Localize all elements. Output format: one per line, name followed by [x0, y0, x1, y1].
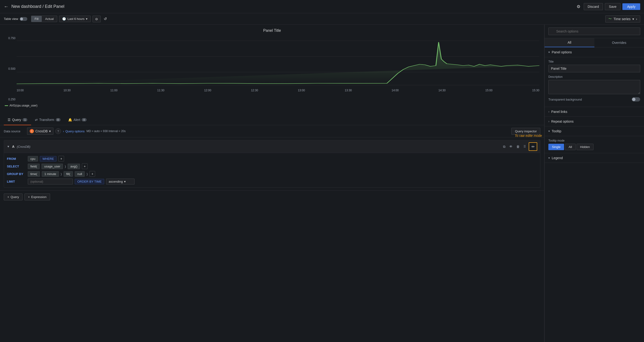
query-builder: Data source C CnosDB ▾ ? › Query options… [0, 125, 544, 342]
tooltip-all-button[interactable]: All [565, 144, 576, 150]
tooltip-chevron-icon: ▾ [548, 129, 550, 133]
search-input[interactable] [548, 27, 640, 35]
legend-header[interactable]: ▾ Legend [544, 153, 644, 163]
fill-close-paren: ) [86, 172, 88, 176]
order-value: ascending [109, 180, 123, 183]
data-source-info-button[interactable]: ? [55, 128, 61, 134]
where-chip[interactable]: WHERE [40, 156, 56, 162]
from-table-chip[interactable]: cpu [28, 156, 38, 162]
select-row: SELECT field( usage_user ) avg() + [7, 163, 537, 169]
timeseries-icon: 〜 [608, 17, 612, 21]
tooltip-section-header[interactable]: ▾ Tooltip [544, 126, 644, 136]
transform-tab-icon: ⇄ [35, 118, 38, 122]
tooltip-title: Tooltip [552, 129, 561, 133]
description-textarea[interactable] [548, 80, 640, 94]
field-val-chip[interactable]: usage_user [42, 164, 63, 169]
add-expression-label: Expression [31, 195, 46, 199]
tab-transform[interactable]: ⇄ Transform 0 [31, 115, 64, 125]
order-select[interactable]: ascending ▾ [106, 179, 134, 185]
fill-val-chip[interactable]: null [75, 171, 85, 177]
top-right-actions: ⚙ Discard Save Apply [575, 2, 640, 11]
panel-links-header[interactable]: › Panel links [544, 107, 644, 117]
time-range-picker[interactable]: 🕐 Last 6 hours ▾ [59, 16, 91, 22]
apply-button[interactable]: Apply [622, 3, 640, 10]
group-by-row: GROUP BY time( 1 minute ) fill( null ) + [7, 171, 537, 177]
discard-button[interactable]: Discard [584, 3, 603, 10]
query-options-button[interactable]: › Query options [63, 129, 84, 133]
query-block-a: ▼ A (CnosDB) ⧉ 👁 🗑 ⠿ To raw edite mode ✏ [4, 140, 540, 188]
x-tick-1: 10:30 [64, 89, 71, 92]
data-source-select[interactable]: C CnosDB ▾ [27, 128, 54, 135]
actual-button[interactable]: Actual [42, 16, 57, 22]
query-copy-button[interactable]: ⧉ [502, 144, 506, 150]
tooltip-hidden-button[interactable]: Hidden [576, 144, 594, 150]
legend-chevron-icon: ▾ [548, 156, 550, 160]
query-tab-icon: ☰ [8, 118, 11, 122]
top-bar: ← New dashboard / Edit Panel ⚙ Discard S… [0, 0, 644, 13]
group-by-label: GROUP BY [7, 172, 26, 176]
time-func-chip[interactable]: time( [28, 171, 40, 177]
transparent-background-row: Transparent background [548, 95, 640, 104]
table-view-label: Table view [4, 17, 18, 21]
field-func-chip[interactable]: field( [28, 164, 40, 169]
y-tick-1: 0.250 [5, 98, 16, 101]
add-query-button[interactable]: + Query [4, 194, 22, 200]
group-by-add-button[interactable]: + [90, 171, 95, 177]
data-source-label: Data source [4, 129, 25, 133]
time-range-chevron-icon: ▾ [86, 17, 88, 21]
panel-links-title: Panel links [551, 110, 567, 114]
tooltip-section-body: Tooltip mode Single All Hidden [544, 136, 644, 153]
from-label: FROM [7, 157, 26, 161]
right-panel: 🔍 All Overrides ▾ Panel options Title De… [544, 25, 644, 342]
add-expression-button[interactable]: + Expression [24, 194, 50, 200]
chart-area: Panel Title 0.750 0.500 0.250 [0, 25, 544, 115]
query-hide-button[interactable]: 👁 [508, 144, 514, 149]
time-val-chip[interactable]: 1 minute [42, 171, 59, 177]
table-view-switch[interactable] [20, 17, 27, 21]
repeat-options-header[interactable]: › Repeat options [544, 117, 644, 126]
x-tick-5: 12:30 [251, 89, 258, 92]
query-tabs: ☰ Query 1 ⇄ Transform 0 🔔 Alert 0 [0, 115, 544, 125]
select-add-button[interactable]: + [82, 163, 88, 169]
back-arrow-icon: ← [4, 4, 8, 9]
visualization-selector[interactable]: 〜 Time series ▾ › [605, 15, 640, 22]
tooltip-single-button[interactable]: Single [548, 144, 564, 150]
fill-func-chip[interactable]: fill( [64, 171, 73, 177]
panel-options-header[interactable]: ▾ Panel options [544, 47, 644, 57]
x-tick-4: 12:00 [204, 89, 211, 92]
table-view-toggle[interactable]: Table view [4, 17, 27, 21]
avg-func-chip[interactable]: avg() [68, 164, 80, 169]
viz-chevron-icon: ▾ [632, 17, 634, 21]
repeat-options-chevron-icon: › [548, 120, 549, 123]
query-drag-handle[interactable]: ⠿ [522, 144, 527, 149]
limit-input[interactable] [28, 179, 73, 185]
save-button[interactable]: Save [605, 3, 620, 10]
settings-button[interactable]: ⚙ [575, 2, 582, 11]
panel-title-input[interactable] [548, 65, 640, 72]
fill-button[interactable]: Fill [31, 16, 42, 22]
tab-query[interactable]: ☰ Query 1 [4, 115, 31, 125]
legend-label: AVG(cpu.usage_user) [10, 104, 38, 107]
query-block-header: ▼ A (CnosDB) ⧉ 👁 🗑 ⠿ To raw edite mode ✏ [4, 140, 540, 153]
transparent-bg-label: Transparent background [548, 98, 582, 101]
query-delete-button[interactable]: 🗑 [516, 144, 520, 149]
raw-edit-button[interactable]: ✏ [529, 142, 537, 151]
all-tab[interactable]: All [544, 38, 594, 47]
zoom-out-button[interactable]: ⊖ [92, 16, 100, 22]
x-tick-7: 13:30 [345, 89, 352, 92]
query-collapse-button[interactable]: ▼ [7, 145, 10, 148]
back-button[interactable]: ← [4, 4, 8, 9]
tab-alert[interactable]: 🔔 Alert 0 [64, 115, 90, 125]
add-expression-plus-icon: + [28, 195, 30, 199]
title-field-label: Title [548, 60, 640, 63]
transparent-bg-toggle[interactable] [632, 97, 640, 101]
refresh-button[interactable]: ↺ [102, 15, 108, 22]
viz-expand-icon: › [636, 17, 637, 21]
from-add-button[interactable]: + [58, 156, 64, 162]
query-letter: A [12, 145, 14, 148]
overrides-tab[interactable]: Overrides [594, 38, 644, 47]
page-title: New dashboard / Edit Panel [12, 4, 572, 9]
data-source-name: CnosDB [35, 129, 48, 133]
order-chevron-icon: ▾ [124, 180, 126, 183]
order-by-time-chip[interactable]: ORDER BY TIME [75, 179, 104, 184]
